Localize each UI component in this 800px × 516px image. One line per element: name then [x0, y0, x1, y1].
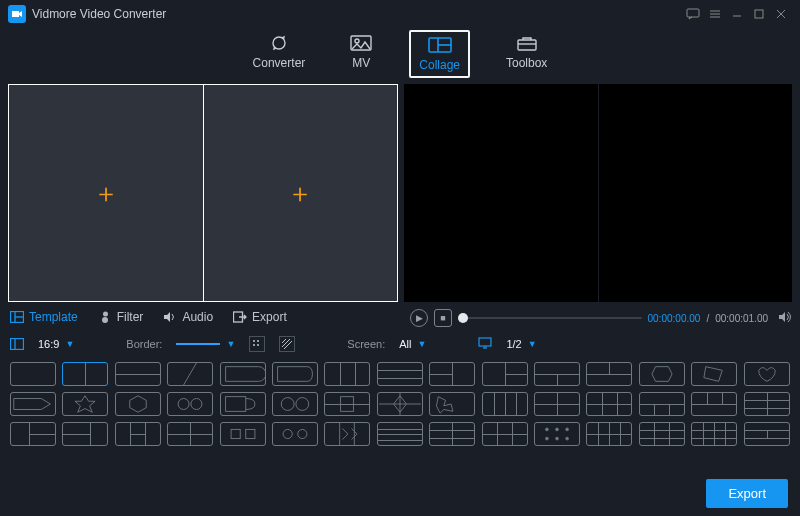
template-item[interactable]	[167, 362, 213, 386]
template-item[interactable]	[377, 362, 423, 386]
subtab-audio[interactable]: Audio	[163, 310, 213, 324]
template-item[interactable]	[377, 392, 423, 416]
svg-marker-34	[704, 367, 722, 382]
template-item[interactable]	[482, 392, 528, 416]
aspect-dropdown[interactable]: 16:9▼	[38, 338, 74, 350]
preview-pane	[404, 84, 792, 302]
template-item[interactable]	[10, 422, 56, 446]
time-duration: 00:00:01.00	[715, 313, 768, 324]
border-line-preview	[176, 343, 220, 345]
maximize-icon[interactable]	[748, 3, 770, 25]
collage-cell[interactable]: ＋	[203, 85, 398, 301]
svg-point-40	[281, 398, 294, 411]
template-item[interactable]	[429, 392, 475, 416]
tab-collage[interactable]: Collage	[409, 30, 470, 78]
template-item[interactable]	[324, 362, 370, 386]
template-item[interactable]	[10, 362, 56, 386]
export-button[interactable]: Export	[706, 479, 788, 508]
preview-cell	[404, 84, 598, 302]
template-item[interactable]	[167, 392, 213, 416]
svg-rect-14	[518, 40, 536, 50]
svg-rect-39	[225, 397, 245, 412]
svg-point-57	[566, 437, 569, 440]
caret-icon: ▼	[528, 339, 537, 349]
template-item[interactable]	[62, 422, 108, 446]
svg-rect-29	[479, 338, 491, 346]
template-item[interactable]	[744, 392, 790, 416]
template-item[interactable]	[639, 362, 685, 386]
template-item[interactable]	[220, 422, 266, 446]
template-item[interactable]	[534, 392, 580, 416]
feedback-icon[interactable]	[682, 3, 704, 25]
volume-icon[interactable]	[778, 311, 792, 326]
svg-line-26	[282, 339, 290, 347]
template-item[interactable]	[377, 422, 423, 446]
seek-handle[interactable]	[458, 313, 468, 323]
subtab-export[interactable]: Export	[233, 310, 287, 324]
template-item[interactable]	[534, 422, 580, 446]
template-item[interactable]	[220, 362, 266, 386]
collage-canvas: ＋ ＋	[8, 84, 398, 302]
template-item[interactable]	[324, 422, 370, 446]
template-item[interactable]	[62, 392, 108, 416]
svg-point-54	[566, 428, 569, 431]
template-item[interactable]	[691, 362, 737, 386]
minimize-icon[interactable]	[726, 3, 748, 25]
tab-converter[interactable]: Converter	[245, 30, 314, 78]
svg-point-49	[298, 429, 307, 438]
page-dropdown[interactable]: 1/2▼	[506, 338, 536, 350]
svg-line-32	[184, 363, 197, 385]
template-item[interactable]	[586, 422, 632, 446]
template-item[interactable]	[115, 422, 161, 446]
svg-rect-20	[11, 339, 24, 350]
border-pattern-button[interactable]	[249, 336, 265, 352]
options-bar: 16:9▼ Border: ▼ Screen: All▼ 1/2▼	[0, 330, 800, 358]
menu-icon[interactable]	[704, 3, 726, 25]
template-item[interactable]	[534, 362, 580, 386]
subtab-template[interactable]: Template	[10, 310, 78, 324]
tab-toolbox[interactable]: Toolbox	[498, 30, 555, 78]
template-item[interactable]	[272, 392, 318, 416]
template-item[interactable]	[167, 422, 213, 446]
template-item[interactable]	[639, 392, 685, 416]
tab-label: Toolbox	[506, 56, 547, 70]
seek-bar[interactable]	[458, 317, 642, 319]
app-title: Vidmore Video Converter	[32, 7, 682, 21]
svg-point-10	[355, 39, 359, 43]
border-style-dropdown[interactable]: ▼	[176, 339, 235, 349]
subtab-label: Export	[252, 310, 287, 324]
template-item[interactable]	[691, 392, 737, 416]
aspect-icon[interactable]	[10, 338, 24, 350]
tab-mv[interactable]: MV	[341, 30, 381, 78]
template-item[interactable]	[691, 422, 737, 446]
template-item[interactable]	[62, 362, 108, 386]
template-item[interactable]	[429, 422, 475, 446]
play-button[interactable]: ▶	[410, 309, 428, 327]
page-value: 1/2	[506, 338, 521, 350]
template-item[interactable]	[744, 362, 790, 386]
screen-dropdown[interactable]: All▼	[399, 338, 426, 350]
template-item[interactable]	[586, 362, 632, 386]
template-item[interactable]	[115, 362, 161, 386]
title-bar: Vidmore Video Converter	[0, 0, 800, 28]
template-item[interactable]	[744, 422, 790, 446]
svg-point-55	[546, 437, 549, 440]
template-item[interactable]	[220, 392, 266, 416]
close-icon[interactable]	[770, 3, 792, 25]
template-item[interactable]	[482, 362, 528, 386]
template-item[interactable]	[482, 422, 528, 446]
template-item[interactable]	[586, 392, 632, 416]
stop-button[interactable]: ■	[434, 309, 452, 327]
border-hatch-button[interactable]	[279, 336, 295, 352]
template-item[interactable]	[272, 362, 318, 386]
template-item[interactable]	[639, 422, 685, 446]
svg-rect-5	[755, 10, 763, 18]
subtab-label: Template	[29, 310, 78, 324]
collage-cell[interactable]: ＋	[9, 85, 203, 301]
template-item[interactable]	[272, 422, 318, 446]
template-item[interactable]	[115, 392, 161, 416]
subtab-filter[interactable]: Filter	[98, 310, 144, 324]
template-item[interactable]	[324, 392, 370, 416]
template-item[interactable]	[10, 392, 56, 416]
template-item[interactable]	[429, 362, 475, 386]
